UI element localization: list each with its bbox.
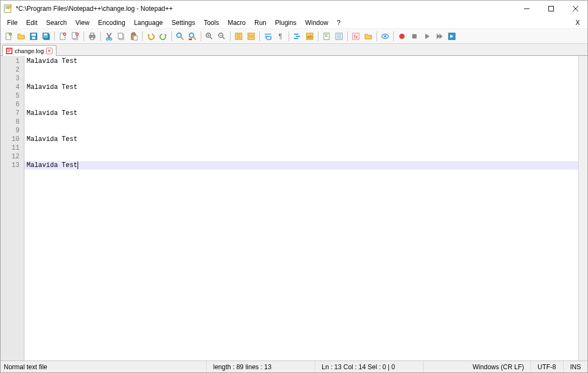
tab-label: change.log bbox=[15, 48, 44, 54]
redo-icon[interactable] bbox=[157, 30, 169, 42]
folder-icon[interactable] bbox=[362, 30, 374, 42]
menu-edit[interactable]: Edit bbox=[22, 18, 42, 28]
menu-macro[interactable]: Macro bbox=[223, 18, 250, 28]
svg-point-40 bbox=[189, 33, 194, 37]
copy-icon[interactable] bbox=[116, 30, 127, 42]
paste-icon[interactable] bbox=[128, 30, 140, 42]
status-filetype: Normal text file bbox=[1, 361, 207, 372]
code-line[interactable] bbox=[24, 126, 578, 135]
line-number: 4 bbox=[1, 83, 24, 92]
code-line[interactable] bbox=[24, 152, 578, 161]
new-icon[interactable]: + bbox=[3, 30, 15, 42]
vertical-scrollbar[interactable] bbox=[578, 56, 587, 361]
code-line[interactable]: Malavida Test bbox=[24, 161, 578, 170]
toolbar-separator bbox=[393, 31, 394, 41]
line-number: 5 bbox=[1, 92, 24, 100]
svg-rect-74 bbox=[412, 34, 417, 38]
svg-point-32 bbox=[110, 38, 112, 40]
minimize-button[interactable] bbox=[514, 1, 539, 17]
svg-line-44 bbox=[210, 37, 212, 39]
save-all-icon[interactable] bbox=[40, 30, 52, 42]
menu-search[interactable]: Search bbox=[42, 18, 71, 28]
menu-run[interactable]: Run bbox=[250, 18, 271, 28]
line-number: 6 bbox=[1, 100, 24, 109]
close-button[interactable] bbox=[563, 1, 587, 17]
status-mode: INS bbox=[564, 361, 587, 372]
replace-icon[interactable] bbox=[187, 30, 199, 42]
find-icon[interactable] bbox=[174, 30, 186, 42]
code-line[interactable]: Malavida Test bbox=[24, 57, 578, 66]
sync-v-icon[interactable] bbox=[233, 30, 245, 42]
code-line[interactable]: Malavida Test bbox=[24, 109, 578, 118]
svg-rect-53 bbox=[248, 37, 254, 40]
cut-icon[interactable] bbox=[103, 30, 115, 42]
undo-icon[interactable] bbox=[145, 30, 157, 42]
svg-rect-62 bbox=[325, 34, 328, 35]
play-multi-icon[interactable] bbox=[433, 30, 445, 42]
code-line[interactable] bbox=[24, 92, 578, 100]
svg-rect-36 bbox=[132, 33, 135, 34]
code-line[interactable] bbox=[24, 100, 578, 109]
code-line[interactable]: Malavida Test bbox=[24, 135, 578, 144]
doc-list-icon[interactable] bbox=[333, 30, 345, 42]
wordwrap-icon[interactable] bbox=[262, 30, 274, 42]
open-icon[interactable] bbox=[15, 30, 27, 42]
toolbar-separator bbox=[142, 31, 143, 41]
line-number: 10 bbox=[1, 135, 24, 144]
maximize-button[interactable] bbox=[539, 1, 563, 17]
zoom-in-icon[interactable] bbox=[203, 30, 215, 42]
play-icon[interactable] bbox=[421, 30, 433, 42]
code-line[interactable] bbox=[24, 74, 578, 83]
menu-window[interactable]: Window bbox=[301, 18, 333, 28]
stop-icon[interactable] bbox=[408, 30, 420, 42]
toolbar-separator bbox=[347, 31, 348, 41]
svg-line-48 bbox=[222, 37, 225, 39]
menu-help[interactable]: ? bbox=[333, 18, 345, 28]
svg-point-31 bbox=[106, 38, 108, 40]
code-line[interactable] bbox=[24, 118, 578, 126]
save-icon[interactable] bbox=[28, 30, 40, 42]
menu-language[interactable]: Language bbox=[130, 18, 167, 28]
titlebar: *C:\Program Files\Notepad++\change.log -… bbox=[1, 1, 587, 17]
toolbar-separator bbox=[100, 31, 101, 41]
line-number: 1 bbox=[1, 57, 24, 66]
close-icon[interactable] bbox=[57, 30, 69, 42]
menubar-x[interactable]: X bbox=[570, 18, 585, 28]
tab-close-icon[interactable]: ✕ bbox=[46, 48, 53, 54]
svg-point-72 bbox=[384, 35, 386, 37]
menu-view[interactable]: View bbox=[71, 18, 94, 28]
tab-change-log[interactable]: change.log ✕ bbox=[2, 45, 56, 56]
close-all-icon[interactable] bbox=[69, 30, 81, 42]
svg-rect-34 bbox=[118, 33, 123, 38]
menu-tools[interactable]: Tools bbox=[200, 18, 223, 28]
sync-h-icon[interactable] bbox=[245, 30, 257, 42]
tabbar: change.log ✕ bbox=[1, 44, 587, 56]
monitoring-icon[interactable] bbox=[379, 30, 391, 42]
code-line[interactable]: Malavida Test bbox=[24, 83, 578, 92]
zoom-out-icon[interactable] bbox=[216, 30, 228, 42]
function-list-icon[interactable]: fx bbox=[350, 30, 362, 42]
save-macro-icon[interactable] bbox=[446, 30, 458, 42]
svg-rect-28 bbox=[91, 37, 94, 40]
line-number: 3 bbox=[1, 74, 24, 83]
svg-line-39 bbox=[181, 37, 183, 40]
doc-map-icon[interactable] bbox=[321, 30, 333, 42]
menu-plugins[interactable]: Plugins bbox=[271, 18, 301, 28]
menu-file[interactable]: File bbox=[3, 18, 22, 28]
editor-area: 12345678910111213 Malavida TestMalavida … bbox=[1, 56, 587, 361]
line-number: 9 bbox=[1, 126, 24, 135]
record-icon[interactable] bbox=[396, 30, 408, 42]
code-line[interactable] bbox=[24, 144, 578, 152]
toolbar-separator bbox=[171, 31, 172, 41]
code-editor[interactable]: Malavida TestMalavida TestMalavida TestM… bbox=[24, 56, 578, 361]
lang-icon[interactable]: ab bbox=[304, 30, 316, 42]
indent-guide-icon[interactable] bbox=[291, 30, 303, 42]
svg-rect-50 bbox=[235, 33, 238, 40]
menu-settings[interactable]: Settings bbox=[167, 18, 199, 28]
toolbar-separator bbox=[230, 31, 231, 41]
svg-rect-64 bbox=[325, 36, 328, 37]
print-icon[interactable] bbox=[86, 30, 98, 42]
menu-encoding[interactable]: Encoding bbox=[94, 18, 130, 28]
code-line[interactable] bbox=[24, 66, 578, 74]
allchars-icon[interactable]: ¶ bbox=[274, 30, 286, 42]
